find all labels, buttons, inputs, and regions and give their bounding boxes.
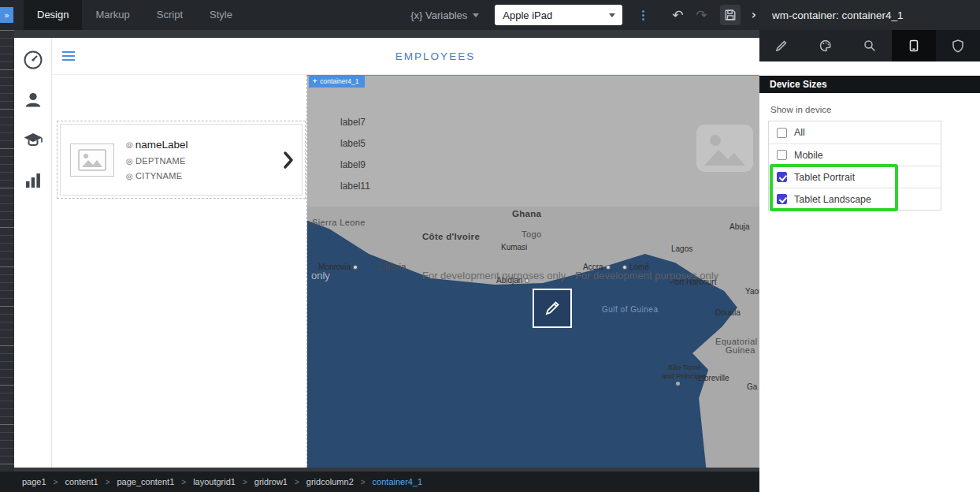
- education-cap-icon[interactable]: [23, 130, 43, 151]
- selected-widget-title: wm-container: container4_1: [772, 9, 904, 21]
- map-island: [725, 322, 735, 329]
- page-header: EMPLOYEES: [52, 38, 759, 75]
- map-watermark: For development purposes only: [575, 270, 718, 281]
- select-arrow-icon: [609, 13, 615, 17]
- breadcrumb-separator: >: [54, 478, 58, 486]
- dept-label[interactable]: DEPTNAME: [135, 156, 186, 166]
- tab-markup[interactable]: Markup: [82, 0, 143, 30]
- design-canvas: EMPLOYEES ◎ nameLabel ◎: [52, 38, 759, 468]
- map-label: Libreville: [698, 374, 729, 382]
- checkbox-mobile[interactable]: [777, 150, 787, 160]
- redo-icon[interactable]: ↷: [696, 9, 707, 22]
- breadcrumb-item[interactable]: gridcolumn2: [306, 477, 354, 486]
- variables-label: {x} Variables: [410, 9, 467, 21]
- panel-tab-device-icon[interactable]: [892, 30, 936, 62]
- map-label: Gulf of Guinea: [602, 305, 658, 314]
- map-label: Lagos: [671, 244, 692, 253]
- undo-icon[interactable]: ↶: [672, 9, 683, 22]
- label-widget[interactable]: label5: [340, 133, 370, 155]
- label-widget[interactable]: label11: [340, 176, 370, 197]
- map-label: Ga: [747, 382, 757, 391]
- checkbox-tablet-landscape[interactable]: [777, 194, 787, 204]
- panel-tab-pencil-icon[interactable]: [759, 30, 804, 62]
- chevron-down-icon: [473, 13, 479, 17]
- map-watermark: only: [311, 270, 330, 281]
- map-label: Sierra Leone: [312, 218, 366, 227]
- tab-design[interactable]: Design: [24, 0, 82, 30]
- panel-tab-palette-icon[interactable]: [804, 30, 848, 62]
- top-toolbar: » Design Markup Script Style {x} Variabl…: [0, 0, 759, 30]
- checkbox-all[interactable]: [777, 128, 787, 138]
- map-label: Kumasi: [501, 243, 527, 252]
- section-title-device-sizes: Device Sizes: [759, 76, 980, 93]
- city-marker-icon: [606, 265, 611, 270]
- device-row-all[interactable]: All: [769, 121, 941, 144]
- label-widget[interactable]: label7: [340, 112, 370, 133]
- map-label: Liberia: [378, 262, 406, 271]
- breadcrumb-item[interactable]: container4_1: [373, 477, 423, 486]
- panel-tab-search-icon[interactable]: [848, 30, 892, 62]
- show-in-device-label: Show in device: [770, 105, 831, 114]
- container-labels: label7 label5 label9 label11: [340, 112, 370, 197]
- label-widget[interactable]: label9: [340, 155, 370, 176]
- city-marker-icon: [353, 265, 358, 270]
- breadcrumb: page1>content1>page_content1>layoutgrid1…: [0, 472, 759, 492]
- panel-tab-shield-icon[interactable]: [936, 30, 980, 62]
- widget-toolbar: [14, 38, 52, 468]
- checkbox-tablet-portrait[interactable]: [777, 172, 787, 182]
- mode-tabs: Design Markup Script Style: [24, 0, 246, 30]
- binding-icon: ◎: [126, 140, 133, 149]
- variables-menu[interactable]: {x} Variables: [410, 9, 479, 21]
- device-row-tablet-portrait[interactable]: Tablet Portrait: [769, 166, 941, 188]
- bar-chart-icon[interactable]: [23, 170, 43, 191]
- breadcrumb-item[interactable]: content1: [65, 477, 98, 486]
- picture-placeholder-icon: [693, 117, 756, 183]
- map-label: Douala: [715, 308, 741, 317]
- user-icon[interactable]: [23, 90, 43, 110]
- map-label: Ghana: [512, 209, 541, 218]
- map-island: [676, 382, 680, 386]
- more-menu-icon[interactable]: [638, 7, 648, 24]
- map-label: Guinea: [726, 345, 755, 355]
- breadcrumb-separator: >: [361, 478, 366, 486]
- list-item-text: ◎ nameLabel ◎ DEPTNAME ◎ CITYNAME: [126, 139, 188, 181]
- map-label: Yaou: [745, 287, 759, 296]
- drag-handle-icon: +: [313, 78, 317, 85]
- panel-collapse-icon[interactable]: ›: [752, 8, 756, 22]
- device-row-tablet-landscape[interactable]: Tablet Landscape: [769, 188, 941, 210]
- map-label: Togo: [522, 229, 541, 239]
- map-label: Côte d'Ivoire: [422, 232, 480, 241]
- tab-style[interactable]: Style: [196, 0, 246, 30]
- selection-tag[interactable]: + container4_1: [309, 76, 365, 88]
- inspector-header: wm-container: container4_1: [759, 0, 980, 30]
- device-row-mobile[interactable]: Mobile: [769, 144, 941, 166]
- selected-container[interactable]: + container4_1 label7 label5 label9 labe…: [307, 75, 759, 207]
- dashboard-gauge-icon[interactable]: [23, 50, 43, 70]
- name-label[interactable]: nameLabel: [135, 139, 188, 151]
- binding-icon: ◎: [126, 172, 133, 181]
- device-row-label: Tablet Portrait: [794, 172, 855, 183]
- map-label: São Tomé: [668, 363, 701, 371]
- breadcrumb-item[interactable]: page1: [22, 477, 46, 486]
- list-widget-column: ◎ nameLabel ◎ DEPTNAME ◎ CITYNAME: [52, 75, 307, 468]
- binding-icon: ◎: [126, 157, 133, 166]
- breadcrumb-item[interactable]: layoutgrid1: [193, 477, 236, 486]
- tab-script[interactable]: Script: [143, 0, 196, 30]
- device-select[interactable]: Apple iPad: [495, 5, 622, 25]
- breadcrumb-item[interactable]: page_content1: [117, 477, 174, 486]
- map-watermark: For development purposes only: [422, 270, 566, 281]
- map-edit-button[interactable]: [533, 289, 572, 328]
- breadcrumb-item[interactable]: gridrow1: [254, 477, 288, 486]
- device-select-value: Apple iPad: [503, 9, 552, 21]
- device-row-label: Tablet Landscape: [794, 194, 871, 205]
- list-item-template[interactable]: ◎ nameLabel ◎ DEPTNAME ◎ CITYNAME: [60, 124, 303, 196]
- device-row-label: Mobile: [794, 150, 823, 161]
- map-widget[interactable]: Sierra LeoneCôte d'IvoireGhanaTogoLiberi…: [307, 207, 759, 468]
- sidebar-expand-icon[interactable]: »: [0, 7, 13, 23]
- city-marker-icon: [622, 265, 627, 270]
- properties-panel: wm-container: container4_1 Device Sizes …: [759, 0, 980, 492]
- city-label[interactable]: CITYNAME: [135, 171, 182, 181]
- save-icon[interactable]: [720, 5, 741, 25]
- menu-icon[interactable]: [62, 51, 75, 61]
- device-size-list: AllMobileTablet PortraitTablet Landscape: [768, 121, 941, 211]
